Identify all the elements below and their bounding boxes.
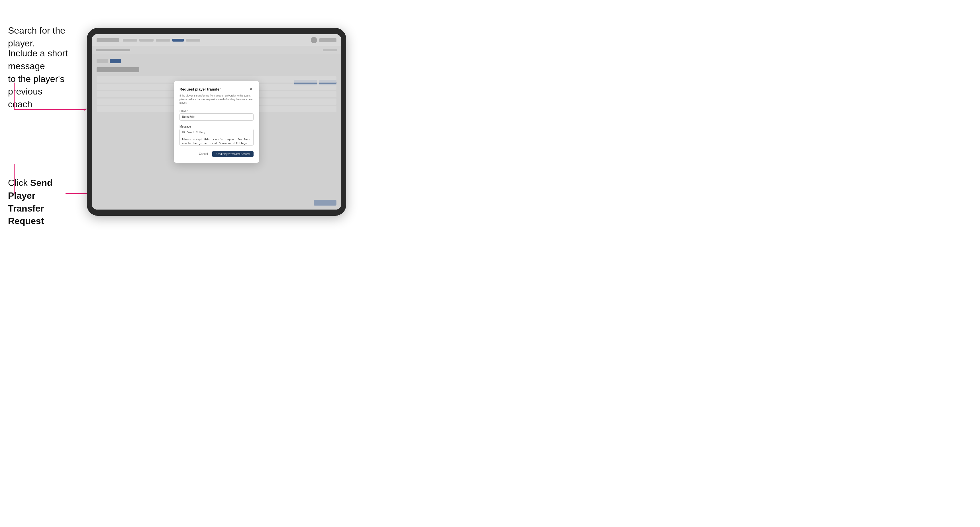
modal-description: If the player is transferring from anoth… [180, 94, 253, 105]
modal-close-button[interactable]: ✕ [248, 87, 253, 92]
message-label: Message [180, 125, 191, 128]
annotation-click-text: Click Send Player Transfer Request [8, 176, 71, 227]
modal-header: Request player transfer ✕ [180, 87, 253, 92]
annotation-search-text: Search for the player. [8, 24, 82, 50]
send-transfer-button[interactable]: Send Player Transfer Request [212, 151, 253, 157]
modal-footer: Cancel Send Player Transfer Request [180, 151, 253, 157]
modal-title: Request player transfer [180, 87, 221, 91]
tablet-screen: Request player transfer ✕ If the player … [92, 34, 341, 210]
player-label: Player [180, 110, 188, 113]
message-textarea[interactable]: Hi Coach McHarg, Please accept this tran… [180, 129, 253, 146]
player-input[interactable] [180, 113, 253, 121]
request-transfer-modal: Request player transfer ✕ If the player … [174, 81, 259, 163]
tablet-device: Request player transfer ✕ If the player … [87, 28, 346, 216]
cancel-button[interactable]: Cancel [197, 151, 210, 157]
modal-overlay: Request player transfer ✕ If the player … [92, 34, 341, 210]
annotation-message-text: Include a short message to the player's … [8, 47, 85, 111]
